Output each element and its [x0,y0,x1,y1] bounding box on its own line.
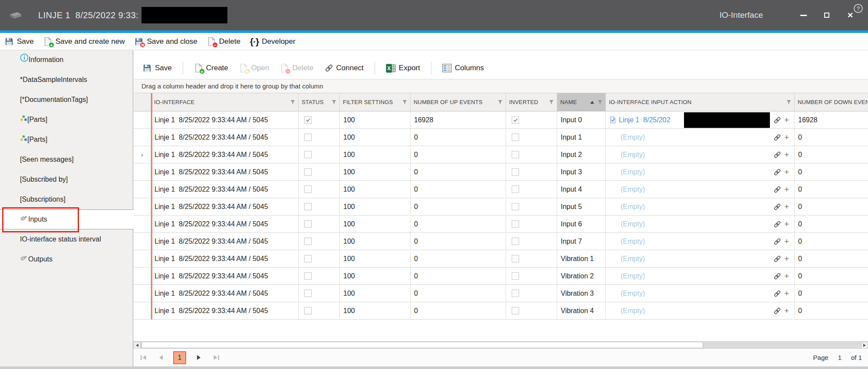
sidebar-item-parts[interactable]: [Parts] [0,113,133,126]
link-action-icon[interactable] [773,186,781,193]
filter-icon[interactable] [598,100,602,104]
add-action-icon[interactable]: + [784,307,789,315]
status-checkbox[interactable] [304,255,312,262]
link-action-icon[interactable] [773,168,781,176]
action-empty-link[interactable]: (Empty) [621,186,645,193]
inverted-checkbox[interactable] [512,220,519,228]
link-action-icon[interactable] [773,220,781,228]
add-action-icon[interactable]: + [784,116,789,124]
add-action-icon[interactable]: + [784,185,789,193]
inverted-checkbox[interactable] [512,255,519,262]
group-by-bar[interactable]: Drag a column header and drop it here to… [134,79,868,93]
action-empty-link[interactable]: (Empty) [621,290,645,297]
sidebar-item-parts[interactable]: [Parts] [0,133,133,146]
first-page-button[interactable] [138,355,148,360]
toolbar-save-button[interactable]: Save [4,37,34,46]
column-header-down-events[interactable]: NUMBER OF DOWN EVENTS [795,93,868,111]
grid-row[interactable]: Linje 1 8/25/2022 9:33:44 AM / 50451000V… [134,268,868,285]
column-header-up-events[interactable]: NUMBER OF UP EVENTS [411,93,506,111]
filter-icon[interactable] [402,100,407,104]
link-action-icon[interactable] [773,290,781,297]
add-action-icon[interactable]: + [784,133,789,141]
filter-icon[interactable] [290,100,295,104]
column-header-action[interactable]: IO-INTERFACE INPUT ACTION [606,93,795,111]
sidebar-item-datasampleintervals[interactable]: *DataSampleIntervals [0,73,133,86]
inverted-checkbox[interactable] [512,134,519,141]
grid-toolbar-connect-button[interactable]: Connect [325,64,364,72]
sidebar-item-seen-messages[interactable]: [Seen messages] [0,153,133,166]
filter-icon[interactable] [498,100,503,104]
link-action-icon[interactable] [773,116,781,124]
grid-toolbar-columns-button[interactable]: Columns [442,64,484,72]
sidebar-item-outputs[interactable]: Outputs [0,253,133,266]
link-action-icon[interactable] [773,203,781,211]
link-action-icon[interactable] [773,151,781,159]
add-action-icon[interactable]: + [784,220,789,228]
inverted-checkbox[interactable] [512,290,519,297]
status-checkbox[interactable] [304,151,312,158]
add-action-icon[interactable]: + [784,202,789,211]
status-checkbox[interactable] [304,134,312,141]
grid-row[interactable]: Linje 1 8/25/2022 9:33:44 AM / 50451000V… [134,250,868,268]
scroll-right-button[interactable] [861,342,868,349]
add-action-icon[interactable]: + [784,237,789,245]
link-action-icon[interactable] [773,255,781,263]
action-empty-link[interactable]: (Empty) [621,134,645,141]
inverted-checkbox[interactable] [512,203,519,210]
action-empty-link[interactable]: (Empty) [621,203,645,211]
column-header-io-interface[interactable]: IO-INTERFACE [151,93,299,111]
grid-toolbar-create-button[interactable]: +Create [194,63,228,73]
filter-icon[interactable] [549,100,554,104]
current-page-button[interactable]: 1 [173,351,186,364]
action-empty-link[interactable]: (Empty) [621,272,645,280]
link-action-icon[interactable] [773,238,781,245]
status-checkbox[interactable] [304,290,312,297]
inverted-checkbox[interactable] [512,238,519,245]
grid-row[interactable]: Linje 1 8/25/2022 9:33:44 AM / 504510016… [134,111,868,129]
grid-row[interactable]: Linje 1 8/25/2022 9:33:44 AM / 50451000I… [134,198,868,216]
filter-icon[interactable] [332,100,336,104]
previous-page-button[interactable] [156,355,165,360]
action-empty-link[interactable]: (Empty) [621,307,645,315]
minimize-button[interactable] [792,0,815,30]
inverted-checkbox[interactable] [512,186,519,193]
inverted-checkbox[interactable] [512,151,519,158]
sidebar-item-information[interactable]: Information [0,53,133,66]
last-page-button[interactable] [211,355,221,360]
status-checkbox[interactable] [304,307,312,314]
action-link[interactable]: Linje 1 8/25/202 [619,116,670,124]
status-checkbox[interactable] [304,116,312,124]
status-checkbox[interactable] [304,186,312,193]
toolbar-delete-button[interactable]: −Delete [207,37,240,46]
grid-row[interactable]: ›Linje 1 8/25/2022 9:33:44 AM / 50451000… [134,146,868,163]
link-action-icon[interactable] [773,272,781,280]
link-action-icon[interactable] [773,134,781,141]
action-empty-link[interactable]: (Empty) [621,238,645,245]
column-header-filter-settings[interactable]: FILTER SETTINGS [340,93,411,111]
filter-icon[interactable] [786,100,791,104]
toolbar-developer-button[interactable]: {·}Developer [250,36,296,47]
inverted-checkbox[interactable] [512,307,519,314]
next-page-button[interactable] [194,355,204,360]
grid-row[interactable]: Linje 1 8/25/2022 9:33:44 AM / 50451000I… [134,181,868,198]
sidebar-item-documentationtags[interactable]: [*DocumentationTags] [0,93,133,106]
column-header-name[interactable]: NAME [557,93,606,111]
grid-toolbar-save-button[interactable]: Save [142,63,172,73]
sidebar-item-inputs[interactable]: Inputs [0,209,134,229]
sidebar-item-subscribed-by[interactable]: [Subscribed by] [0,173,133,186]
grid-row[interactable]: Linje 1 8/25/2022 9:33:44 AM / 50451000I… [134,233,868,250]
column-header-inverted[interactable]: INVERTED [506,93,557,111]
scroll-left-button[interactable] [134,342,141,349]
add-action-icon[interactable]: + [784,168,789,176]
status-checkbox[interactable] [304,203,312,210]
help-icon[interactable]: ? [854,4,863,13]
grid-row[interactable]: Linje 1 8/25/2022 9:33:44 AM / 50451000I… [134,129,868,146]
column-header-status[interactable]: STATUS [299,93,340,111]
action-empty-link[interactable]: (Empty) [621,168,645,176]
action-empty-link[interactable]: (Empty) [621,151,645,159]
status-checkbox[interactable] [304,220,312,228]
status-checkbox[interactable] [304,238,312,245]
add-action-icon[interactable]: + [784,150,789,159]
add-action-icon[interactable]: + [784,272,789,280]
grid-row[interactable]: Linje 1 8/25/2022 9:33:44 AM / 50451000V… [134,302,868,320]
